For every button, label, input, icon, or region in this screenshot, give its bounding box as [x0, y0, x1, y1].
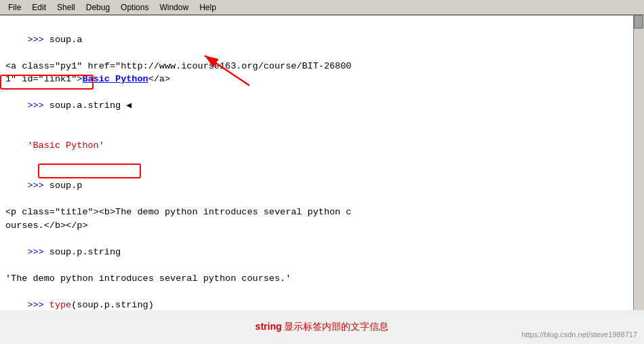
- menu-help[interactable]: Help: [194, 1, 222, 14]
- prompt-9: >>>: [27, 300, 49, 310]
- line-6b: ourses.</b></p>: [5, 219, 639, 233]
- line-8: 'The demo python introduces several pyth…: [5, 272, 639, 286]
- cmd-9-type: type: [49, 300, 71, 310]
- line-1: >>> soup.a: [5, 20, 639, 60]
- line-9: >>> type(soup.p.string): [5, 286, 639, 310]
- prompt-1: >>>: [27, 35, 49, 45]
- prompt-3: >>>: [27, 100, 49, 111]
- basic-python-link: Basic Python: [82, 74, 148, 84]
- line-3: >>> soup.a.string ◀: [5, 86, 639, 126]
- scrollbar-thumb[interactable]: [634, 15, 643, 28]
- arrow-indicator: ◀: [126, 100, 132, 111]
- menu-file[interactable]: File: [3, 1, 26, 14]
- watermark: https://blog.csdn.net/steve1988717: [521, 330, 637, 339]
- terminal: >>> soup.a <a class="py1" href="http://w…: [0, 15, 644, 310]
- line-5: >>> soup.p: [5, 166, 639, 206]
- cmd-1: soup.a: [49, 35, 83, 45]
- menu-debug[interactable]: Debug: [81, 1, 115, 14]
- caption-text: string 显示标签内部的文字信息: [256, 321, 389, 333]
- line-4: 'Basic Python': [5, 126, 639, 166]
- menu-shell[interactable]: Shell: [52, 1, 81, 14]
- line-2: <a class="py1" href="http://www.icourse1…: [5, 60, 639, 73]
- prompt-5: >>>: [27, 180, 49, 191]
- menu-edit[interactable]: Edit: [26, 1, 52, 14]
- cmd-3: soup.a.string: [49, 100, 126, 111]
- prompt-7: >>>: [27, 247, 49, 257]
- caption-bar: string 显示标签内部的文字信息: [0, 310, 644, 344]
- line-6: <p class="title"><b>The demo python intr…: [5, 206, 639, 219]
- caption-keyword: string: [256, 321, 282, 332]
- basic-python-string: 'Basic Python': [27, 140, 104, 151]
- line-7: >>> soup.p.string: [5, 232, 639, 272]
- cmd-7: soup.p.string: [49, 247, 121, 257]
- cmd-5: soup.p: [49, 180, 83, 191]
- line-2b: 1" id="link1">Basic Python</a>: [5, 73, 639, 86]
- cmd-9-rest: (soup.p.string): [71, 300, 154, 310]
- menubar: File Edit Shell Debug Options Window Hel…: [0, 0, 644, 15]
- scrollbar[interactable]: [633, 15, 644, 310]
- caption-description: 显示标签内部的文字信息: [282, 321, 389, 332]
- menu-window[interactable]: Window: [154, 1, 194, 14]
- menu-options[interactable]: Options: [115, 1, 154, 14]
